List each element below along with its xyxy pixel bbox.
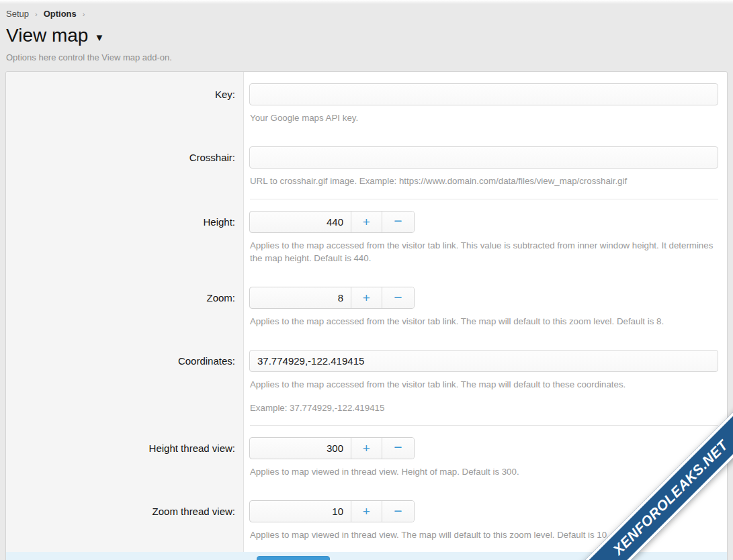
coordinates-input[interactable] bbox=[249, 350, 718, 372]
zoom-decrement-button[interactable]: − bbox=[382, 287, 414, 308]
zoom-thread-view-spinner: +− bbox=[249, 500, 415, 522]
option-label-height-thread-view: Height thread view: bbox=[149, 442, 235, 454]
height-thread-view-decrement-button[interactable]: − bbox=[382, 438, 414, 459]
option-description: Applies to the map accessed from the vis… bbox=[250, 239, 718, 265]
option-label-zoom: Zoom: bbox=[206, 292, 235, 304]
page-title-text: View map bbox=[6, 25, 88, 46]
option-row-height: Height:+−Applies to the map accessed fro… bbox=[6, 199, 727, 276]
zoom-increment-button[interactable]: + bbox=[351, 287, 382, 308]
caret-down-icon: ▼ bbox=[94, 29, 104, 43]
zoom-thread-view-decrement-button[interactable]: − bbox=[382, 501, 414, 522]
option-row-key: Key:Your Google maps API key. bbox=[6, 72, 727, 135]
option-label-coordinates: Coordinates: bbox=[178, 355, 235, 367]
page-title[interactable]: View map ▼ bbox=[6, 25, 104, 46]
option-description: Applies to map viewed in thread view. Th… bbox=[250, 528, 718, 541]
option-description: Applies to the map accessed from the vis… bbox=[250, 378, 718, 391]
height-spinner: +− bbox=[249, 211, 415, 233]
zoom-thread-view-increment-button[interactable]: + bbox=[351, 501, 382, 522]
breadcrumb-setup[interactable]: Setup bbox=[6, 9, 29, 19]
option-description: Your Google maps API key. bbox=[250, 111, 718, 124]
breadcrumb-options[interactable]: Options bbox=[44, 9, 77, 19]
option-row-zoom-thread-view: Zoom thread view:+−Applies to map viewed… bbox=[6, 489, 727, 552]
option-label-zoom-thread-view: Zoom thread view: bbox=[153, 506, 235, 517]
options-form: Key:Your Google maps API key.Crosshair:U… bbox=[5, 71, 728, 560]
crosshair-input[interactable] bbox=[249, 146, 718, 169]
option-description: Applies to the map accessed from the vis… bbox=[250, 315, 718, 328]
option-description: Example: 37.774929,-122.419415 bbox=[250, 402, 718, 414]
option-description: URL to crosshair.gif image. Example: htt… bbox=[250, 175, 718, 187]
height-thread-view-increment-button[interactable]: + bbox=[351, 438, 382, 459]
height-decrement-button[interactable]: − bbox=[382, 212, 414, 232]
zoom-value-input[interactable] bbox=[250, 287, 351, 308]
height-increment-button[interactable]: + bbox=[351, 212, 382, 232]
option-row-height-thread-view: Height thread view:+−Applies to map view… bbox=[6, 426, 727, 489]
height-value-input[interactable] bbox=[250, 212, 351, 232]
option-row-crosshair: Crosshair:URL to crosshair.gif image. Ex… bbox=[6, 135, 727, 198]
page-subtitle: Options here control the View map add-on… bbox=[6, 52, 726, 62]
height-thread-view-spinner: +− bbox=[249, 437, 415, 459]
option-label-key: Key: bbox=[215, 89, 235, 100]
chevron-right-icon: › bbox=[83, 10, 85, 18]
page-header: Setup › Options › View map ▼ Options her… bbox=[0, 4, 733, 71]
options-rows: Key:Your Google maps API key.Crosshair:U… bbox=[6, 72, 727, 552]
key-input[interactable] bbox=[249, 83, 718, 105]
option-label-height: Height: bbox=[203, 216, 235, 228]
chevron-right-icon: › bbox=[35, 10, 38, 18]
option-description: Applies to map viewed in thread view. He… bbox=[250, 465, 718, 478]
height-thread-view-value-input[interactable] bbox=[250, 438, 351, 459]
zoom-thread-view-value-input[interactable] bbox=[250, 501, 351, 522]
save-button[interactable]: Save bbox=[257, 556, 330, 560]
option-row-zoom: Zoom:+−Applies to the map accessed from … bbox=[6, 275, 727, 338]
option-row-coordinates: Coordinates:Applies to the map accessed … bbox=[6, 338, 727, 425]
breadcrumb: Setup › Options › bbox=[6, 9, 726, 19]
zoom-spinner: +− bbox=[249, 287, 415, 309]
form-footer: Save bbox=[6, 552, 727, 560]
option-label-crosshair: Crosshair: bbox=[189, 152, 235, 163]
